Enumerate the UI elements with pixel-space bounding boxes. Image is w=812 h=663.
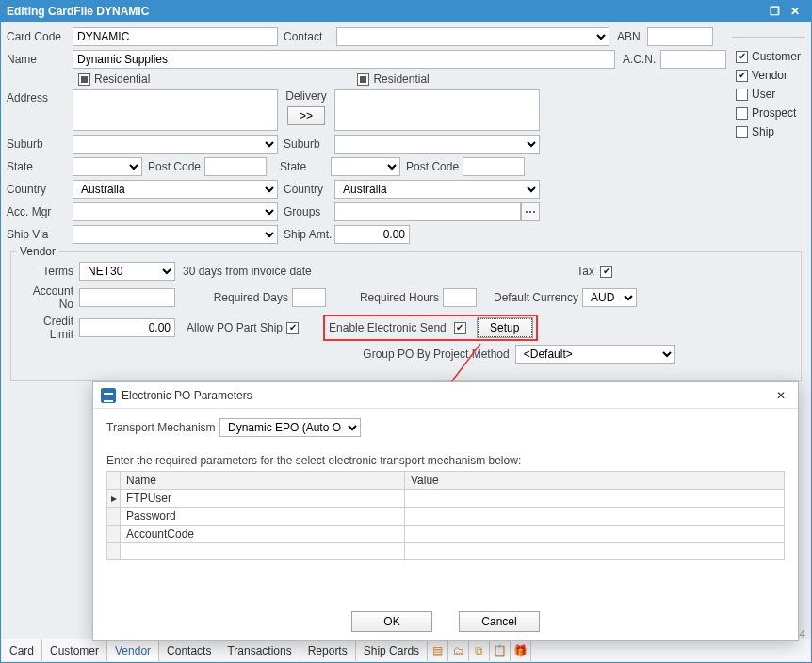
delivery-copy-button[interactable]: >> (287, 106, 325, 125)
abn-input[interactable] (647, 27, 713, 46)
reqhours-input[interactable] (443, 288, 477, 307)
tab-icon-doc-orange[interactable]: ▤ (428, 639, 448, 661)
restore-icon[interactable]: ❐ (764, 3, 785, 20)
tabs-bar: Card Customer Vendor Contacts Transactio… (2, 639, 810, 661)
groups-label: Groups (284, 205, 334, 218)
col-value: Value (404, 472, 784, 490)
terms-select[interactable]: NET30 (79, 262, 175, 281)
table-row[interactable]: ▸ FTPUser (107, 490, 785, 508)
enablesend-label: Enable Electronic Send (329, 321, 447, 334)
tab-customer[interactable]: Customer (42, 639, 107, 661)
tab-reports[interactable]: Reports (300, 639, 356, 661)
country1-select[interactable]: Australia (73, 180, 278, 199)
tab-card[interactable]: Card (2, 639, 42, 661)
ship-checkbox[interactable] (736, 126, 748, 138)
state2-select[interactable] (331, 157, 400, 176)
param-value[interactable] (404, 526, 784, 543)
rowheader-blank (107, 472, 121, 490)
allowpo-checkbox[interactable] (286, 322, 299, 334)
groups-input[interactable] (334, 202, 521, 221)
param-value[interactable] (404, 490, 784, 508)
table-row[interactable] (107, 543, 785, 560)
suburb1-label: Suburb (7, 137, 73, 151)
window-title: Editing CardFile DYNAMIC (7, 5, 764, 18)
param-value[interactable] (404, 508, 784, 526)
tab-vendor[interactable]: Vendor (107, 639, 159, 661)
terms-label: Terms (17, 265, 73, 278)
dialog-instructions: Enter the required parameters for the se… (106, 454, 521, 467)
enablesend-checkbox[interactable] (454, 322, 466, 334)
cancel-button[interactable]: Cancel (459, 611, 540, 632)
dialog-body: Transport Mechanism Dynamic EPO (Auto Or… (93, 409, 798, 603)
name-input[interactable] (73, 50, 615, 69)
shipvia-label: Ship Via (7, 228, 73, 241)
tab-contacts[interactable]: Contacts (159, 639, 219, 661)
role-label: Prospect (752, 106, 796, 120)
postcode1-input[interactable] (204, 157, 267, 176)
cardcode-input[interactable] (73, 27, 278, 46)
table-row[interactable]: AccountCode (107, 526, 785, 543)
accmgr-select[interactable] (73, 202, 278, 221)
setup-button[interactable]: Setup (478, 318, 532, 337)
postcode2-label: Post Code (406, 160, 459, 173)
param-name[interactable]: FTPUser (121, 490, 405, 508)
country1-label: Country (7, 183, 73, 196)
groups-browse-button[interactable]: ⋯ (521, 202, 540, 221)
customer-checkbox[interactable] (736, 51, 748, 63)
dialog-close-icon[interactable]: ✕ (771, 389, 790, 402)
residential2-checkbox[interactable] (357, 73, 369, 86)
tab-icon-box[interactable]: 🗂 (448, 639, 469, 661)
row-accmgr: Acc. Mgr Groups ⋯ (7, 202, 805, 221)
contact-select[interactable] (336, 27, 609, 46)
tax-checkbox[interactable] (600, 266, 612, 278)
role-label: Vendor (752, 69, 788, 82)
param-table: Name Value ▸ FTPUser Password (106, 471, 785, 560)
defaultcurr-select[interactable]: AUD (582, 288, 637, 307)
vendor-checkbox[interactable] (736, 70, 748, 82)
allowpo-label: Allow PO Part Ship (187, 321, 283, 334)
tab-icon-gift[interactable]: 🎁 (511, 639, 531, 661)
shipamt-label: Ship Amt. (284, 228, 334, 241)
shipamt-input[interactable] (334, 225, 410, 244)
suburb2-select[interactable] (334, 135, 540, 154)
terms-desc: 30 days from invoice date (183, 265, 312, 278)
address1-textarea[interactable] (73, 89, 278, 131)
tab-icon-clipboard[interactable]: 📋 (490, 639, 511, 661)
dialog-icon (101, 388, 116, 403)
close-icon[interactable]: ✕ (785, 3, 805, 20)
reqdays-input[interactable] (292, 288, 326, 307)
col-name: Name (121, 472, 405, 490)
ok-button[interactable]: OK (351, 611, 432, 632)
titlebar: Editing CardFile DYNAMIC ❐ ✕ (1, 1, 811, 22)
shipvia-select[interactable] (73, 225, 278, 244)
grouppo-select[interactable]: <Default> (515, 345, 675, 364)
param-name[interactable]: AccountCode (121, 526, 405, 543)
row-name: Name A.C.N. (7, 50, 805, 69)
creditlimit-input[interactable] (79, 318, 175, 337)
country2-select[interactable]: Australia (334, 180, 540, 199)
residential1-checkbox[interactable] (78, 73, 90, 86)
prospect-checkbox[interactable] (736, 107, 748, 120)
tax-label: Tax (577, 265, 594, 278)
role-label: User (752, 88, 775, 101)
dialog-title: Electronic PO Parameters (122, 389, 771, 402)
user-checkbox[interactable] (736, 89, 748, 101)
contact-label: Contact (284, 30, 336, 43)
suburb1-select[interactable] (73, 135, 278, 154)
param-name[interactable]: Password (121, 508, 405, 526)
tab-transactions[interactable]: Transactions (219, 639, 300, 661)
address2-textarea[interactable] (334, 89, 540, 131)
tab-shipcards[interactable]: Ship Cards (356, 639, 428, 661)
acn-input[interactable] (660, 50, 726, 69)
postcode2-input[interactable] (463, 157, 525, 176)
abn-label: ABN (617, 30, 647, 43)
state1-label: State (7, 160, 73, 173)
row-residential: Residential Residential (7, 73, 805, 86)
transport-select[interactable]: Dynamic EPO (Auto Orde (219, 418, 361, 437)
table-row[interactable]: Password (107, 508, 785, 526)
creditlimit-label: Credit Limit (17, 315, 73, 341)
tab-icon-copy[interactable]: ⧉ (469, 639, 490, 661)
accountno-input[interactable] (79, 288, 175, 307)
role-label: Customer (752, 50, 801, 63)
state1-select[interactable] (73, 157, 142, 176)
